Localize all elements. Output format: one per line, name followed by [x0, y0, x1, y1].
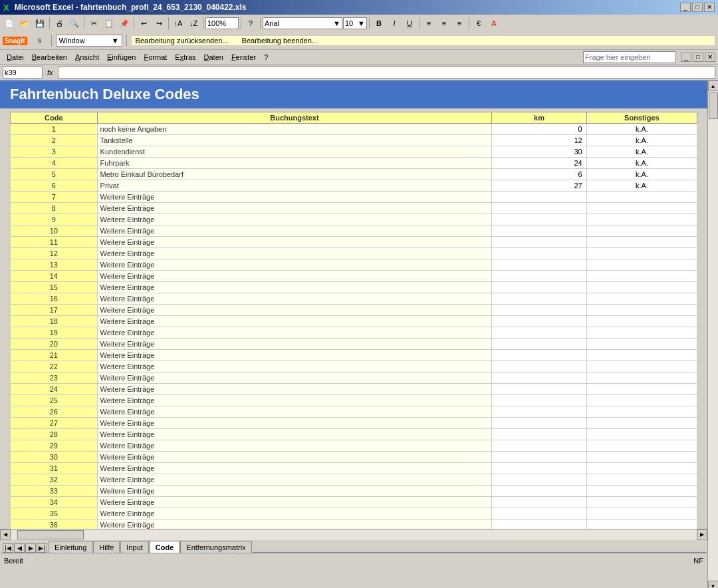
cell-buchungstext[interactable]: Weitere Einträge: [97, 508, 492, 519]
cell-buchungstext[interactable]: Weitere Einträge: [97, 440, 492, 452]
inner-minimize-button[interactable]: _: [681, 53, 691, 62]
menu-ansicht[interactable]: Ansicht: [71, 52, 103, 63]
cell-km[interactable]: [492, 305, 586, 316]
cell-code[interactable]: 6: [11, 180, 98, 192]
cell-sonstiges[interactable]: [586, 463, 697, 474]
h-scroll-track[interactable]: [11, 529, 697, 540]
cell-sonstiges[interactable]: [586, 395, 697, 406]
currency-button[interactable]: €: [471, 16, 486, 31]
cell-code[interactable]: 32: [11, 474, 98, 486]
cell-code[interactable]: 18: [11, 316, 98, 327]
cell-code[interactable]: 13: [11, 259, 98, 271]
cell-code[interactable]: 5: [11, 169, 98, 180]
cell-code[interactable]: 9: [11, 214, 98, 225]
cell-buchungstext[interactable]: Weitere Einträge: [97, 486, 492, 497]
cell-buchungstext[interactable]: Weitere Einträge: [97, 271, 492, 282]
cell-buchungstext[interactable]: Weitere Einträge: [97, 282, 492, 293]
cell-km[interactable]: [492, 237, 586, 248]
cell-km[interactable]: [492, 395, 586, 406]
cell-km[interactable]: 30: [492, 146, 586, 158]
cell-buchungstext[interactable]: Weitere Einträge: [97, 214, 492, 225]
cell-sonstiges[interactable]: [586, 519, 697, 529]
cell-code[interactable]: 8: [11, 203, 98, 214]
cell-sonstiges[interactable]: [586, 372, 697, 384]
cell-sonstiges[interactable]: [586, 497, 697, 508]
tab-hilfe[interactable]: Hilfe: [93, 541, 120, 553]
cell-km[interactable]: [492, 293, 586, 305]
font-size-dropdown-icon[interactable]: ▼: [358, 19, 365, 27]
redo-button[interactable]: ↪: [152, 16, 166, 31]
cell-buchungstext[interactable]: Weitere Einträge: [97, 293, 492, 305]
cell-km[interactable]: [492, 463, 586, 474]
cell-code[interactable]: 25: [11, 395, 98, 406]
cell-sonstiges[interactable]: [586, 406, 697, 418]
cell-km[interactable]: 0: [492, 124, 586, 135]
h-scroll-right-button[interactable]: ▶: [697, 529, 707, 540]
formula-input[interactable]: [58, 67, 715, 78]
cell-sonstiges[interactable]: [586, 350, 697, 361]
h-scroll-thumb[interactable]: [17, 530, 84, 539]
cell-code[interactable]: 34: [11, 497, 98, 508]
cell-km[interactable]: [492, 429, 586, 440]
cell-sonstiges[interactable]: [586, 440, 697, 452]
bold-button[interactable]: B: [372, 16, 386, 31]
cell-km[interactable]: [492, 214, 586, 225]
cell-sonstiges[interactable]: [586, 214, 697, 225]
cell-code[interactable]: 7: [11, 192, 98, 203]
cell-sonstiges[interactable]: [586, 203, 697, 214]
cell-sonstiges[interactable]: k.A.: [586, 180, 697, 192]
cell-km[interactable]: [492, 327, 586, 339]
cell-sonstiges[interactable]: [586, 259, 697, 271]
cell-km[interactable]: [492, 452, 586, 463]
cell-buchungstext[interactable]: Weitere Einträge: [97, 259, 492, 271]
color-button[interactable]: A: [487, 16, 501, 31]
cell-km[interactable]: [492, 497, 586, 508]
font-size-selector[interactable]: 10 ▼: [343, 17, 367, 29]
cell-km[interactable]: [492, 384, 586, 395]
cell-sonstiges[interactable]: [586, 305, 697, 316]
cell-km[interactable]: 6: [492, 169, 586, 180]
cell-code[interactable]: 2: [11, 135, 98, 146]
scroll-up-button[interactable]: ▲: [708, 80, 719, 91]
cell-code[interactable]: 35: [11, 508, 98, 519]
cell-km[interactable]: 12: [492, 135, 586, 146]
cell-sonstiges[interactable]: [586, 271, 697, 282]
cell-km[interactable]: [492, 203, 586, 214]
sort-desc-button[interactable]: ↓Z: [186, 16, 201, 31]
menu-einfuegen[interactable]: Einfügen: [103, 52, 140, 63]
cell-buchungstext[interactable]: Weitere Einträge: [97, 361, 492, 372]
close-button[interactable]: ✕: [704, 3, 715, 12]
tab-einleitung[interactable]: Einleitung: [49, 541, 92, 553]
cell-buchungstext[interactable]: Weitere Einträge: [97, 406, 492, 418]
cell-code[interactable]: 10: [11, 225, 98, 237]
cell-code[interactable]: 11: [11, 237, 98, 248]
cell-km[interactable]: [492, 350, 586, 361]
cell-km[interactable]: [492, 271, 586, 282]
align-center-button[interactable]: ≡: [437, 16, 451, 31]
cell-buchungstext[interactable]: Weitere Einträge: [97, 192, 492, 203]
cell-sonstiges[interactable]: [586, 316, 697, 327]
cell-km[interactable]: [492, 361, 586, 372]
cell-km[interactable]: [492, 339, 586, 350]
cell-code[interactable]: 22: [11, 361, 98, 372]
cell-sonstiges[interactable]: [586, 361, 697, 372]
tab-prev-button[interactable]: ◀: [14, 543, 25, 553]
cell-buchungstext[interactable]: Weitere Einträge: [97, 452, 492, 463]
cell-buchungstext[interactable]: noch keine Angaben: [97, 124, 492, 135]
cell-km[interactable]: [492, 440, 586, 452]
cell-sonstiges[interactable]: [586, 248, 697, 259]
cell-km[interactable]: [492, 192, 586, 203]
cell-code[interactable]: 16: [11, 293, 98, 305]
cell-buchungstext[interactable]: Kundendienst: [97, 146, 492, 158]
cell-buchungstext[interactable]: Weitere Einträge: [97, 327, 492, 339]
snagit-btn[interactable]: S: [33, 33, 47, 48]
cell-code[interactable]: 19: [11, 327, 98, 339]
cell-buchungstext[interactable]: Weitere Einträge: [97, 372, 492, 384]
tab-first-button[interactable]: |◀: [3, 543, 13, 553]
cell-buchungstext[interactable]: Weitere Einträge: [97, 339, 492, 350]
cell-km[interactable]: [492, 259, 586, 271]
cell-km[interactable]: [492, 225, 586, 237]
cell-code[interactable]: 21: [11, 350, 98, 361]
cell-sonstiges[interactable]: k.A.: [586, 146, 697, 158]
cell-code[interactable]: 12: [11, 248, 98, 259]
